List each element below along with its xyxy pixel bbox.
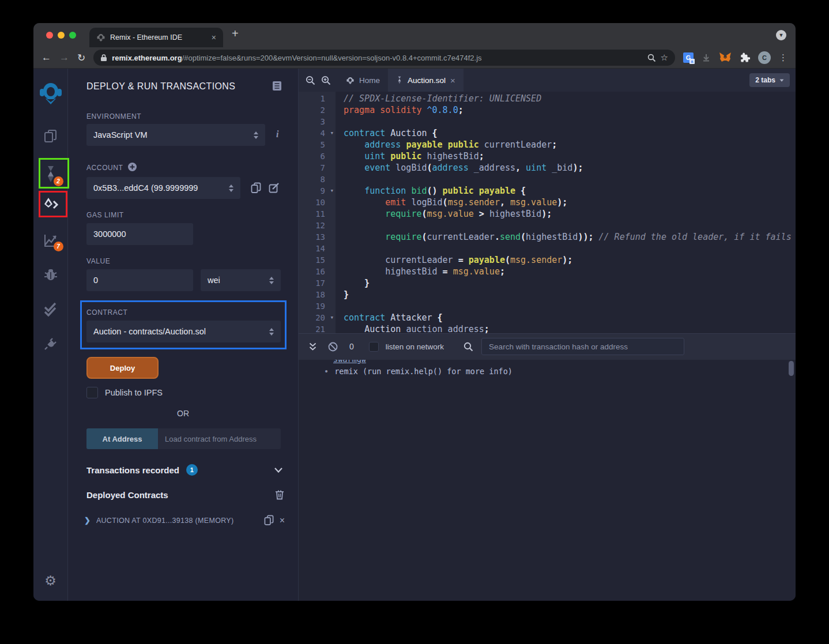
account-select[interactable]: 0x5B3...eddC4 (99.9999999	[86, 177, 240, 199]
translate-icon[interactable]: Ga	[683, 52, 694, 63]
back-icon[interactable]: ←	[42, 52, 51, 63]
environment-select[interactable]: JavaScript VM	[86, 124, 265, 146]
code-line[interactable]	[344, 243, 796, 254]
analytics-chart-icon[interactable]: 7	[43, 233, 58, 248]
tab-home[interactable]: Home	[338, 69, 388, 92]
code-line[interactable]: require(msg.value > highestBid);	[344, 208, 796, 220]
code-line[interactable]: event logBid(address _address, uint _bid…	[344, 162, 796, 174]
forward-icon[interactable]: →	[59, 52, 69, 63]
terminal-search-input[interactable]	[481, 338, 684, 355]
docs-book-icon[interactable]	[272, 81, 282, 91]
annotation-box-green	[39, 158, 69, 189]
code-line[interactable]: pragma solidity ^0.8.0;	[344, 104, 796, 116]
copy-account-icon[interactable]	[251, 182, 261, 194]
reload-icon[interactable]: ↻	[77, 52, 85, 64]
code-token: msg.value	[453, 266, 500, 277]
remix-logo-icon[interactable]	[38, 81, 63, 106]
code-line[interactable]	[344, 220, 796, 231]
fold-icon[interactable]: ▾	[330, 127, 334, 139]
zoom-page-icon[interactable]	[647, 54, 656, 62]
value-unit: wei	[208, 276, 265, 285]
environment-value: JavaScript VM	[93, 130, 249, 140]
fold-icon[interactable]: ▾	[330, 185, 334, 197]
value-amount: 0	[93, 276, 98, 285]
clear-console-ban-icon[interactable]	[328, 342, 338, 352]
code-line[interactable]: address payable public currentLeader;	[344, 139, 796, 150]
debugger-bug-icon[interactable]	[43, 267, 58, 282]
terminal-scrollbar[interactable]	[789, 361, 794, 376]
terminal-toolbar: 0 listen on network	[299, 333, 796, 360]
code-line[interactable]: }	[344, 277, 796, 289]
code-token	[344, 197, 385, 208]
minimize-window-button[interactable]	[58, 32, 65, 39]
code-line[interactable]: currentLeader = payable(msg.sender);	[344, 254, 796, 266]
zoom-window-button[interactable]	[69, 32, 76, 39]
zoom-in-icon[interactable]	[321, 76, 331, 85]
gas-limit-input[interactable]: 3000000	[86, 223, 193, 245]
listen-network-checkbox[interactable]	[369, 342, 379, 352]
bullet-icon: •	[324, 367, 329, 376]
copy-address-icon[interactable]	[264, 515, 274, 526]
deployed-contract-item[interactable]: ❯ AUCTION AT 0XD91...39138 (MEMORY) ×	[84, 515, 285, 526]
tab-search-button[interactable]: ▼	[776, 30, 786, 40]
at-address-button[interactable]: At Address	[86, 428, 158, 449]
static-analysis-checks-icon[interactable]	[43, 302, 59, 317]
expand-chevron-icon[interactable]: ❯	[84, 516, 91, 525]
code-line[interactable]: contract Attacker {	[344, 312, 796, 323]
code-line[interactable]: }	[344, 289, 796, 300]
terminal-clipped-link[interactable]: swarmgw	[333, 360, 366, 365]
value-unit-select[interactable]: wei	[201, 269, 281, 291]
download-icon[interactable]	[702, 53, 711, 62]
environment-info-icon[interactable]: i	[276, 129, 278, 140]
code-line[interactable]: // SPDX-License-Identifier: UNLICENSED	[344, 93, 796, 104]
editor-code[interactable]: // SPDX-License-Identifier: UNLICENSEDpr…	[336, 92, 796, 333]
transactions-recorded-row[interactable]: Transactions recorded 1	[86, 464, 282, 476]
metamask-icon[interactable]	[719, 52, 732, 63]
code-line[interactable]: emit logBid(msg.sender, msg.value);	[344, 197, 796, 208]
code-token: );	[572, 163, 583, 173]
new-tab-button[interactable]: +	[232, 27, 239, 40]
code-line[interactable]: uint public highestBid;	[344, 150, 796, 162]
code-token: );	[541, 209, 552, 219]
code-line[interactable]: require(currentLeader.send(highestBid));…	[344, 231, 796, 243]
terminal-collapse-icon[interactable]	[309, 342, 316, 351]
code-line[interactable]	[344, 300, 796, 312]
settings-gear-icon[interactable]: ⚙	[44, 573, 56, 589]
profile-avatar[interactable]: C	[758, 51, 771, 64]
tab-auction-sol[interactable]: Auction.sol ×	[388, 69, 464, 92]
browser-tab[interactable]: Remix - Ethereum IDE ×	[89, 28, 223, 47]
zoom-out-icon[interactable]	[306, 76, 315, 85]
remove-contract-icon[interactable]: ×	[280, 515, 285, 526]
close-window-button[interactable]	[46, 32, 53, 39]
publish-ipfs-checkbox[interactable]	[86, 387, 98, 398]
add-account-plus-icon[interactable]	[127, 162, 137, 172]
tab-title: Remix - Ethereum IDE	[110, 33, 207, 42]
file-explorer-icon[interactable]	[43, 129, 58, 144]
tabs-count-button[interactable]: 2 tabs	[749, 73, 790, 87]
code-line[interactable]: highestBid = msg.value;	[344, 266, 796, 277]
chevron-down-icon[interactable]	[274, 468, 282, 473]
edit-account-pencil-icon[interactable]	[269, 183, 280, 193]
code-line[interactable]: function bid() public payable {	[344, 185, 796, 197]
deploy-button[interactable]: Deploy	[86, 357, 159, 379]
code-line[interactable]: contract Auction {	[344, 127, 796, 139]
value-input[interactable]: 0	[86, 269, 193, 291]
at-address-input[interactable]	[158, 428, 281, 449]
browser-menu-icon[interactable]: ⋮	[779, 52, 787, 63]
tab-close-icon[interactable]: ×	[212, 33, 216, 42]
code-line[interactable]	[344, 116, 796, 127]
code-token	[344, 232, 385, 242]
trash-icon[interactable]	[275, 489, 284, 500]
plugin-manager-icon[interactable]	[43, 336, 58, 351]
code-line[interactable]: Auction auction_address;	[344, 323, 796, 333]
code-token: pragma solidity	[344, 105, 427, 115]
tab-close-icon[interactable]: ×	[450, 76, 455, 85]
environment-label: ENVIRONMENT	[86, 112, 141, 120]
extensions-puzzle-icon[interactable]	[740, 52, 750, 63]
address-bar[interactable]: remix.ethereum.org/#optimize=false&runs=…	[93, 50, 675, 66]
select-carets-icon	[254, 131, 258, 139]
fold-icon[interactable]: ▾	[330, 312, 334, 323]
code-token: highestBid	[385, 266, 442, 277]
code-line[interactable]	[344, 174, 796, 185]
bookmark-star-icon[interactable]: ☆	[661, 52, 668, 63]
